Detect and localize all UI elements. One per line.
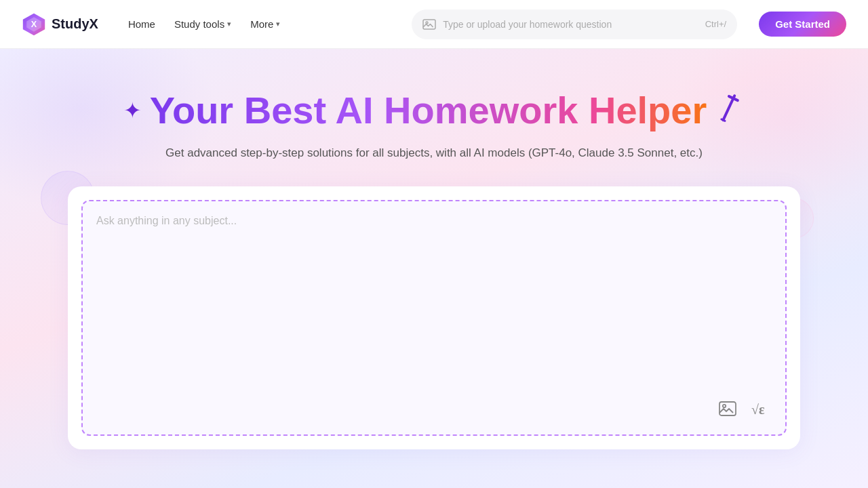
svg-text:√ε: √ε — [751, 402, 765, 417]
navbar: X StudyX Home Study tools ▾ More ▾ Ctrl+… — [0, 0, 868, 49]
search-bar: Ctrl+/ — [412, 9, 737, 39]
search-input[interactable] — [443, 19, 698, 30]
nav-home[interactable]: Home — [120, 13, 163, 35]
hero-title: Your Best AI Homework Helper — [150, 89, 707, 131]
get-started-button[interactable]: Get Started — [759, 12, 846, 37]
question-box: √ε — [68, 186, 800, 449]
logo[interactable]: X StudyX — [22, 12, 98, 37]
nav-links: Home Study tools ▾ More ▾ — [120, 13, 390, 35]
question-toolbar: √ε — [96, 396, 772, 421]
question-textarea-wrapper: √ε — [81, 200, 787, 436]
upload-image-icon — [422, 18, 436, 31]
image-upload-button[interactable] — [716, 397, 739, 420]
svg-point-4 — [426, 22, 428, 24]
hero-section: ✦ Your Best AI Homework Helper Get advan… — [0, 49, 868, 488]
image-icon — [719, 400, 736, 418]
home-label: Home — [128, 18, 155, 30]
formula-button[interactable]: √ε — [747, 396, 772, 421]
study-tools-label: Study tools — [174, 18, 224, 30]
logo-icon: X — [22, 12, 46, 37]
hero-title-row: ✦ Your Best AI Homework Helper — [123, 89, 745, 131]
nav-study-tools[interactable]: Study tools ▾ — [166, 13, 239, 35]
svg-point-9 — [723, 405, 726, 407]
study-tools-chevron-icon: ▾ — [227, 20, 231, 28]
hero-subtitle: Get advanced step-by-step solutions for … — [165, 144, 703, 162]
search-shortcut: Ctrl+/ — [705, 19, 726, 29]
formula-icon: √ε — [750, 399, 769, 418]
sparkle-icon: ✦ — [123, 100, 142, 121]
logo-text: StudyX — [52, 16, 98, 32]
question-textarea[interactable] — [96, 215, 772, 391]
svg-rect-8 — [719, 402, 736, 415]
svg-text:X: X — [31, 19, 37, 28]
more-label: More — [250, 18, 273, 30]
more-chevron-icon: ▾ — [276, 20, 280, 28]
pencil-icon — [710, 89, 750, 131]
nav-more[interactable]: More ▾ — [242, 13, 288, 35]
